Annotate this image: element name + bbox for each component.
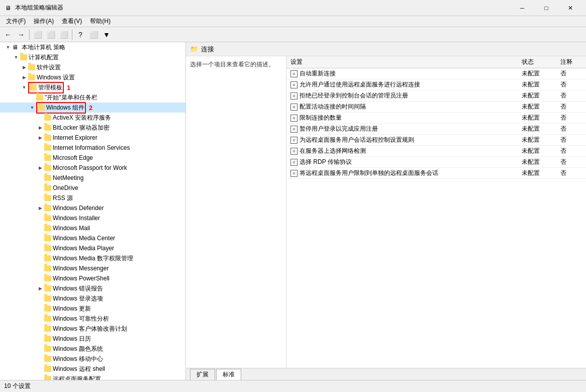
close-button[interactable]: ✕ [559, 2, 582, 15]
settings-panel[interactable]: 设置 状态 注释 ≡自动重新连接未配置否≡允许用户通过使用远程桌面服务进行远程连… [286, 56, 586, 368]
expand-win-customer[interactable] [36, 325, 44, 333]
tree-item-win-installer[interactable]: Windows Installer [0, 213, 185, 223]
tree-item-win-remote-shell[interactable]: Windows 远程 shell [0, 364, 185, 374]
table-row[interactable]: ≡为远程桌面服务用户会话远程控制设置规则未配置否 [286, 135, 586, 146]
expand-win-media-center[interactable] [36, 234, 44, 242]
tree-container[interactable]: ▼ 🖥 本地计算机 策略 ▼ 计算机配置 ▶ 软件设置 ▶ Windows 设置 [0, 42, 185, 380]
tree-item-win-mobile[interactable]: Windows 移动中心 [0, 354, 185, 364]
tree-item-win-reliability[interactable]: Windows 可靠性分析 [0, 314, 185, 324]
help-button[interactable]: ? [74, 29, 86, 41]
expand-ie[interactable]: ▶ [36, 134, 44, 142]
tree-item-activex[interactable]: ActiveX 安装程序服务 [0, 113, 185, 123]
tree-item-win-defender[interactable]: ▶ Windows Defender [0, 203, 185, 213]
menu-help[interactable]: 帮助(H) [86, 16, 115, 27]
tree-item-netmeeting[interactable]: NetMeeting [0, 173, 185, 183]
back-button[interactable]: ← [2, 29, 14, 41]
table-row[interactable]: ≡限制连接的数量未配置否 [286, 113, 586, 124]
menu-view[interactable]: 查看(V) [58, 16, 86, 27]
expand-win-mobile[interactable] [36, 355, 44, 363]
expand-win-reliability[interactable] [36, 315, 44, 323]
expand-win-media-drm[interactable] [36, 254, 44, 262]
tree-item-bitlocker[interactable]: ▶ BitLocker 驱动器加密 [0, 123, 185, 133]
table-row[interactable]: ≡在服务器上选择网络检测未配置否 [286, 146, 586, 157]
expand-start-menu[interactable] [28, 93, 36, 102]
tree-item-iis[interactable]: Internet Information Services [0, 143, 185, 153]
forward-button[interactable]: → [15, 29, 27, 41]
tree-item-win-media-center[interactable]: Windows Media Center [0, 233, 185, 243]
minimize-button[interactable]: ─ [511, 2, 534, 15]
tree-item-ms-edge[interactable]: Microsoft Edge [0, 153, 185, 163]
expand-win-mail[interactable] [36, 224, 44, 232]
show-tree-button[interactable]: ⬜ [58, 29, 70, 41]
expand-win-logon[interactable] [36, 295, 44, 303]
tree-item-win-color[interactable]: Windows 颜色系统 [0, 344, 185, 354]
setting-cell: ≡自动重新连接 [286, 68, 518, 79]
table-row[interactable]: ≡选择 RDP 传输协议未配置否 [286, 157, 586, 168]
expand-computer-config[interactable]: ▼ [12, 53, 20, 61]
expand-software[interactable]: ▶ [20, 63, 28, 71]
expand-ms-passport[interactable]: ▶ [36, 164, 44, 172]
expand-onedrive[interactable] [36, 184, 44, 192]
expand-win-update[interactable] [36, 305, 44, 313]
new-window-button[interactable]: ⬜ [87, 29, 100, 41]
tree-item-start-menu[interactable]: "开始"菜单和任务栏 [0, 92, 185, 103]
tree-item-computer-config[interactable]: ▼ 计算机配置 [0, 52, 185, 62]
tree-item-windows-components[interactable]: ▼ Windows 组件 2 [0, 103, 185, 113]
tree-item-win-powershell[interactable]: Windows PowerShell [0, 273, 185, 283]
menu-file[interactable]: 文件(F) [2, 16, 30, 27]
tree-item-win-customer[interactable]: Windows 客户体验改善计划 [0, 324, 185, 334]
expand-win-color[interactable] [36, 345, 44, 353]
tree-item-win-errors[interactable]: ▶ Windows 错误报告 [0, 283, 185, 293]
maximize-button[interactable]: □ [535, 2, 558, 15]
expand-iis[interactable] [36, 144, 44, 152]
expand-win-messenger[interactable] [36, 264, 44, 272]
tree-item-win-update[interactable]: Windows 更新 [0, 304, 185, 314]
tree-item-win-calendar[interactable]: Windows 日历 [0, 334, 185, 344]
expand-win-media-player[interactable] [36, 244, 44, 252]
up-button[interactable]: ⬜ [32, 29, 44, 41]
tree-item-rss[interactable]: RSS 源 [0, 193, 185, 203]
table-row[interactable]: ≡自动重新连接未配置否 [286, 68, 586, 79]
tree-item-win-mail[interactable]: Windows Mail [0, 223, 185, 233]
tree-item-ie[interactable]: ▶ Internet Explorer [0, 133, 185, 143]
tree-item-windows-settings[interactable]: ▶ Windows 设置 [0, 72, 185, 82]
expand-bitlocker[interactable]: ▶ [36, 124, 44, 132]
table-row[interactable]: ≡暂停用户登录以完成应用注册未配置否 [286, 124, 586, 135]
tab-expand[interactable]: 扩展 [190, 369, 215, 380]
tree-item-root[interactable]: ▼ 🖥 本地计算机 策略 [0, 42, 185, 52]
expand-netmeeting[interactable] [36, 174, 44, 182]
tree-item-software[interactable]: ▶ 软件设置 [0, 62, 185, 72]
expand-root[interactable]: ▼ [4, 43, 12, 51]
expand-admin-templates[interactable]: ▼ [20, 83, 28, 91]
note-cell: 否 [556, 113, 586, 124]
table-row[interactable]: ≡允许用户通过使用远程桌面服务进行远程连接未配置否 [286, 79, 586, 90]
tree-item-win-messenger[interactable]: Windows Messenger [0, 263, 185, 273]
tree-item-ms-passport[interactable]: ▶ Microsoft Passport for Work [0, 163, 185, 173]
tree-item-admin-templates[interactable]: ▼ 管理模板 1 [0, 82, 185, 92]
table-row[interactable]: ≡将远程桌面服务用户限制到单独的远程桌面服务会话未配置否 [286, 168, 586, 179]
expand-windows-components[interactable]: ▼ [28, 104, 36, 112]
expand-ms-edge[interactable] [36, 154, 44, 162]
expand-win-powershell[interactable] [36, 274, 44, 282]
expand-win-remote-shell[interactable] [36, 365, 44, 373]
tree-item-win-media-drm[interactable]: Windows Media 数字权限管理 [0, 253, 185, 263]
table-row[interactable]: ≡配置活动连接的时间间隔未配置否 [286, 102, 586, 113]
filter-button[interactable]: ▼ [101, 29, 113, 41]
tree-item-more[interactable]: 远程桌面服务配置 [0, 374, 185, 380]
expand-activex[interactable] [36, 114, 44, 122]
expand-rss[interactable] [36, 194, 44, 202]
tree-item-win-logon[interactable]: Windows 登录选项 [0, 293, 185, 304]
expand-windows-settings[interactable]: ▶ [20, 73, 28, 81]
expand-win-calendar[interactable] [36, 335, 44, 343]
tree-label-admin-templates: 管理模板 [38, 83, 62, 92]
expand-win-errors[interactable]: ▶ [36, 284, 44, 292]
tree-item-onedrive[interactable]: OneDrive [0, 183, 185, 193]
expand-win-installer[interactable] [36, 214, 44, 222]
menu-action[interactable]: 操作(A) [30, 16, 58, 27]
table-row[interactable]: ≡拒绝已经登录到控制台会话的管理员注册未配置否 [286, 90, 586, 102]
expand-win-defender[interactable]: ▶ [36, 204, 44, 212]
show-hide-button[interactable]: ⬜ [45, 29, 57, 41]
tree-item-win-media-player[interactable]: Windows Media Player [0, 243, 185, 253]
expand-more[interactable] [36, 375, 44, 380]
tab-standard[interactable]: 标准 [216, 369, 241, 380]
